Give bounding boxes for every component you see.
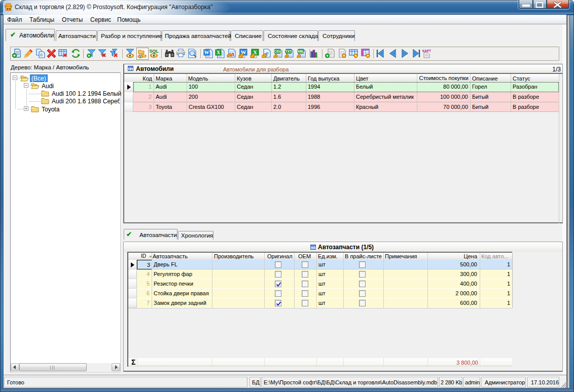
- svg-text:CSV: CSV: [274, 50, 281, 53]
- svg-text:W: W: [204, 50, 209, 55]
- svg-text:КАРТ: КАРТ: [422, 49, 431, 53]
- svg-text:X: X: [217, 50, 221, 55]
- svg-text:SQL: SQL: [149, 49, 159, 54]
- svg-text:TXT: TXT: [285, 50, 292, 53]
- svg-text:XML: XML: [297, 50, 304, 53]
